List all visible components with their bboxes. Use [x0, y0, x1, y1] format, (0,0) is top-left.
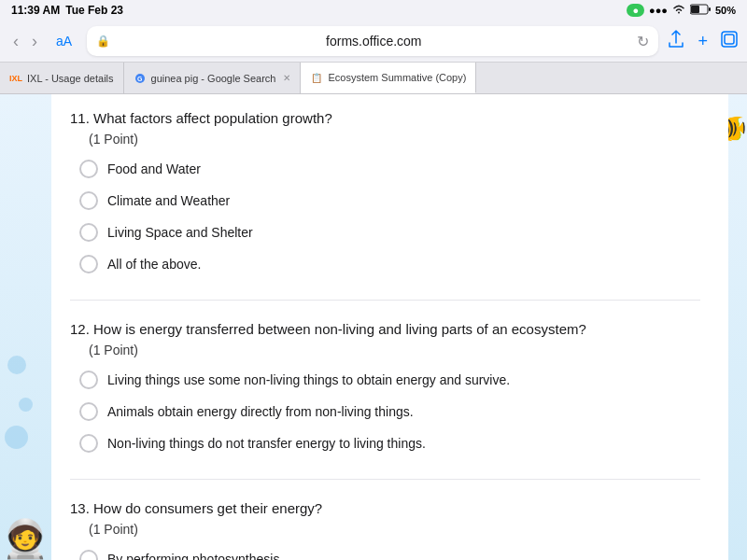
svg-rect-1 — [691, 6, 699, 13]
question-12-points: (1 Point) — [89, 343, 700, 357]
radio-13-1[interactable] — [79, 550, 98, 560]
question-12-options: Living things use some non-living things… — [79, 371, 700, 453]
tab-ixl-label: IXL - Usage details — [27, 73, 114, 84]
refresh-button[interactable]: ↻ — [637, 33, 649, 50]
question-13-options: By performing photosynthesis. — [79, 550, 700, 560]
lock-icon: 🔒 — [96, 35, 110, 48]
wifi-icon — [672, 4, 685, 17]
question-12-title: 12. How is energy transferred between no… — [70, 319, 700, 339]
radio-12-3[interactable] — [79, 434, 98, 453]
option-13-1-text: By performing photosynthesis. — [107, 552, 283, 560]
browser-chrome: ‹ › aA 🔒 forms.office.com ↻ + — [0, 21, 747, 63]
tabs-bar: IXL IXL - Usage details G guinea pig - G… — [0, 63, 747, 94]
question-13-title: 13. How do consumers get their energy? — [70, 498, 700, 518]
radio-11-4[interactable] — [79, 255, 98, 273]
address-bar[interactable]: 🔒 forms.office.com ↻ — [87, 26, 658, 56]
content-wrapper: 🧑‍🚀 11. What factors affect population g… — [0, 94, 747, 560]
radio-12-1[interactable] — [79, 371, 98, 389]
option-11-4-text: All of the above. — [107, 257, 201, 272]
option-11-3-text: Living Space and Shelter — [107, 225, 253, 240]
option-12-1[interactable]: Living things use some non-living things… — [79, 371, 700, 389]
status-bar: 11:39 AM Tue Feb 23 ● ●●● 50% — [0, 0, 747, 21]
svg-rect-4 — [725, 35, 734, 44]
option-12-3-text: Non-living things do not transfer energy… — [107, 436, 426, 451]
fish-decoration: 🐠 — [728, 113, 747, 144]
forms-favicon: 📋 — [310, 71, 323, 84]
question-11-points: (1 Point) — [89, 132, 700, 147]
tab-guinea-close[interactable]: ✕ — [283, 73, 290, 83]
forward-button[interactable]: › — [28, 30, 41, 53]
tab-guinea[interactable]: G guinea pig - Google Search ✕ — [124, 63, 302, 93]
status-time: 11:39 AM — [11, 4, 60, 17]
tab-ecosystem-label: Ecosystem Summative (Copy) — [328, 72, 466, 83]
battery-percent: 50% — [715, 5, 736, 16]
quiz-area: 11. What factors affect population growt… — [51, 94, 728, 560]
question-11-options: Food and Water Climate and Weather Livin… — [79, 160, 700, 273]
tab-guinea-label: guinea pig - Google Search — [151, 73, 276, 84]
option-11-2[interactable]: Climate and Weather — [79, 191, 700, 210]
share-button[interactable] — [668, 30, 684, 53]
ixl-favicon: IXL — [9, 72, 22, 85]
option-11-4[interactable]: All of the above. — [79, 255, 700, 273]
radio-11-3[interactable] — [79, 223, 98, 242]
question-11-title: 11. What factors affect population growt… — [70, 108, 700, 128]
tabs-button[interactable] — [721, 30, 738, 53]
question-12-number: 12. — [70, 321, 93, 337]
signal-icon: ●●● — [649, 5, 668, 16]
new-tab-button[interactable]: + — [698, 30, 708, 53]
left-decoration: 🧑‍🚀 — [0, 94, 51, 560]
battery-indicator — [690, 4, 711, 17]
question-12: 12. How is energy transferred between no… — [70, 319, 700, 453]
option-12-2[interactable]: Animals obtain energy directly from non-… — [79, 402, 700, 421]
status-date: Tue Feb 23 — [65, 4, 123, 17]
question-13-number: 13. — [70, 500, 93, 516]
radio-12-2[interactable] — [79, 402, 98, 421]
question-11-number: 11. — [70, 110, 93, 126]
right-decoration: 🐠 — [728, 94, 747, 560]
question-13-points: (1 Point) — [89, 522, 700, 537]
radio-11-1[interactable] — [79, 160, 98, 178]
astronaut-decoration: 🧑‍🚀 — [2, 517, 49, 560]
option-11-3[interactable]: Living Space and Shelter — [79, 223, 700, 242]
back-button[interactable]: ‹ — [9, 30, 22, 53]
call-indicator: ● — [627, 4, 644, 17]
question-13: 13. How do consumers get their energy? (… — [70, 498, 700, 560]
svg-text:G: G — [137, 76, 143, 82]
svg-rect-2 — [709, 7, 711, 11]
option-11-1[interactable]: Food and Water — [79, 160, 700, 178]
url-text: forms.office.com — [116, 34, 631, 49]
divider-1 — [70, 300, 700, 301]
google-favicon: G — [134, 72, 147, 85]
option-11-2-text: Climate and Weather — [107, 193, 230, 208]
option-12-3[interactable]: Non-living things do not transfer energy… — [79, 434, 700, 453]
tab-ecosystem[interactable]: 📋 Ecosystem Summative (Copy) — [301, 63, 476, 93]
option-12-2-text: Animals obtain energy directly from non-… — [107, 404, 414, 419]
tab-ixl[interactable]: IXL IXL - Usage details — [0, 63, 124, 93]
radio-11-2[interactable] — [79, 191, 98, 210]
option-12-1-text: Living things use some non-living things… — [107, 372, 510, 387]
reader-mode-button[interactable]: aA — [50, 32, 78, 50]
option-13-1[interactable]: By performing photosynthesis. — [79, 550, 700, 560]
divider-2 — [70, 479, 700, 480]
option-11-1-text: Food and Water — [107, 161, 201, 176]
question-11: 11. What factors affect population growt… — [70, 108, 700, 273]
